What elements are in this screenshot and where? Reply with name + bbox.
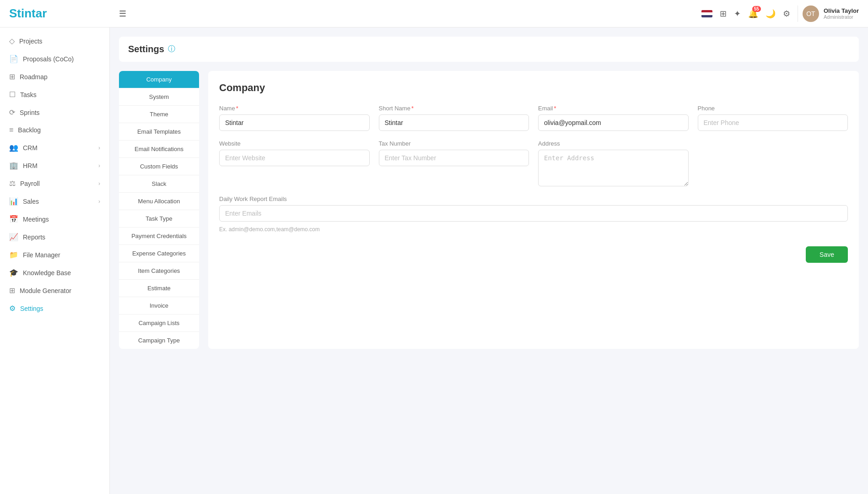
meetings-icon: 📅 (9, 215, 18, 223)
module-generator-icon: ⊞ (9, 286, 15, 295)
website-field-group: Website (219, 140, 370, 186)
apps-icon[interactable]: ⊞ (720, 9, 727, 19)
settings-icon[interactable]: ⚙ (783, 9, 790, 19)
tax-number-input[interactable] (379, 150, 529, 166)
hrm-chevron-icon: › (98, 163, 100, 169)
phone-field-group: Phone (698, 105, 848, 131)
sidebar-item-payroll[interactable]: ⚖ Payroll › (0, 174, 109, 192)
user-info: Olivia Taylor Administrator (824, 7, 859, 20)
address-field-group: Address (538, 140, 689, 186)
email-input[interactable] (538, 114, 689, 131)
notification-badge: 55 (752, 6, 761, 12)
phone-label: Phone (698, 105, 848, 112)
website-label: Website (219, 140, 370, 147)
sidebar-item-file-manager[interactable]: 📁 File Manager (0, 246, 109, 264)
settings-gear-icon: ⚙ (9, 304, 16, 313)
sidebar-item-reports[interactable]: 📈 Reports (0, 228, 109, 246)
daily-work-hint: Ex. admin@demo.com,team@demo.com (219, 226, 848, 233)
address-label: Address (538, 140, 689, 147)
tasks-icon: ☐ (9, 90, 16, 99)
address-input[interactable] (538, 150, 689, 186)
phone-input[interactable] (698, 114, 848, 131)
info-icon[interactable]: ⓘ (168, 44, 175, 54)
settings-nav-campaign-lists[interactable]: Campaign Lists (119, 315, 199, 332)
reports-icon: 📈 (9, 233, 18, 241)
sidebar-item-knowledge-base[interactable]: 🎓 Knowledge Base (0, 264, 109, 282)
settings-nav-task-type[interactable]: Task Type (119, 210, 199, 228)
form-row-2: Website Tax Number Address (219, 140, 848, 186)
daily-work-input[interactable] (219, 205, 848, 222)
short-name-required: * (411, 105, 414, 112)
name-label: Name* (219, 105, 370, 112)
hamburger-area: ☰ (119, 9, 701, 19)
settings-page-title: Settings (128, 44, 164, 54)
company-section-title: Company (219, 82, 848, 94)
sales-icon: 📊 (9, 197, 18, 206)
settings-nav-item-categories[interactable]: Item Categories (119, 262, 199, 280)
settings-nav-expense-categories[interactable]: Expense Categories (119, 245, 199, 262)
hamburger-icon[interactable]: ☰ (119, 9, 126, 19)
email-required: * (554, 105, 556, 112)
user-profile[interactable]: OT Olivia Taylor Administrator (798, 5, 859, 22)
short-name-field-group: Short Name* (379, 105, 529, 131)
notification-icon[interactable]: 🔔 55 (748, 9, 758, 19)
crm-chevron-icon: › (98, 145, 100, 151)
email-field-group: Email* (538, 105, 689, 131)
settings-content: Company Name* Short Name* (208, 71, 859, 349)
settings-nav-menu-allocation[interactable]: Menu Allocation (119, 193, 199, 210)
settings-header: Settings ⓘ (119, 37, 859, 62)
settings-nav-invoice[interactable]: Invoice (119, 297, 199, 315)
settings-nav-campaign-type[interactable]: Campaign Type (119, 332, 199, 349)
settings-nav-email-templates[interactable]: Email Templates (119, 123, 199, 141)
sidebar-item-settings[interactable]: ⚙ Settings (0, 299, 109, 317)
grid-icon[interactable]: ✦ (734, 9, 741, 19)
backlog-icon: ≡ (9, 126, 13, 134)
sales-chevron-icon: › (98, 198, 100, 205)
settings-nav-system[interactable]: System (119, 88, 199, 106)
name-field-group: Name* (219, 105, 370, 131)
sidebar: ◇ Projects 📄 Proposals (CoCo) ⊞ Roadmap … (0, 27, 110, 494)
settings-nav-estimate[interactable]: Estimate (119, 280, 199, 297)
sidebar-item-projects[interactable]: ◇ Projects (0, 32, 109, 50)
daily-work-field-group: Daily Work Report Emails Ex. admin@demo.… (219, 195, 848, 233)
payroll-chevron-icon: › (98, 180, 100, 187)
settings-nav-company[interactable]: Company (119, 71, 199, 88)
theme-toggle-icon[interactable]: 🌙 (766, 9, 776, 19)
sidebar-item-hrm[interactable]: 🏢 HRM › (0, 157, 109, 174)
header-right: ⊞ ✦ 🔔 55 🌙 ⚙ OT Olivia Taylor Administra… (701, 5, 859, 22)
sidebar-item-crm[interactable]: 👥 CRM › (0, 139, 109, 157)
language-flag-icon[interactable] (701, 10, 712, 17)
form-row-3: Daily Work Report Emails Ex. admin@demo.… (219, 195, 848, 233)
website-input[interactable] (219, 150, 370, 166)
sprints-icon: ⟳ (9, 108, 15, 117)
settings-nav-email-notifications[interactable]: Email Notifications (119, 141, 199, 158)
sidebar-item-meetings[interactable]: 📅 Meetings (0, 210, 109, 228)
projects-icon: ◇ (9, 37, 15, 45)
short-name-input[interactable] (379, 114, 529, 131)
name-input[interactable] (219, 114, 370, 131)
sidebar-item-sprints[interactable]: ⟳ Sprints (0, 103, 109, 121)
form-row-1: Name* Short Name* Email* (219, 105, 848, 131)
settings-nav-payment-credentials[interactable]: Payment Credentials (119, 228, 199, 245)
name-required: * (236, 105, 238, 112)
user-role: Administrator (824, 14, 859, 20)
file-manager-icon: 📁 (9, 250, 18, 259)
crm-icon: 👥 (9, 143, 18, 152)
roadmap-icon: ⊞ (9, 72, 15, 81)
user-name: Olivia Taylor (824, 7, 859, 14)
sidebar-item-backlog[interactable]: ≡ Backlog (0, 121, 109, 139)
sidebar-item-roadmap[interactable]: ⊞ Roadmap (0, 68, 109, 86)
sidebar-item-module-generator[interactable]: ⊞ Module Generator (0, 282, 109, 299)
sidebar-item-tasks[interactable]: ☐ Tasks (0, 86, 109, 103)
logo-container: Stintar (9, 6, 119, 21)
sidebar-item-sales[interactable]: 📊 Sales › (0, 192, 109, 210)
settings-nav-custom-fields[interactable]: Custom Fields (119, 158, 199, 175)
short-name-label: Short Name* (379, 105, 529, 112)
save-button[interactable]: Save (806, 246, 848, 263)
settings-nav-slack[interactable]: Slack (119, 175, 199, 193)
settings-nav: Company System Theme Email Templates Ema… (119, 71, 199, 349)
sidebar-item-proposals[interactable]: 📄 Proposals (CoCo) (0, 50, 109, 68)
settings-nav-theme[interactable]: Theme (119, 106, 199, 123)
email-label: Email* (538, 105, 689, 112)
main-content: Settings ⓘ Company System Theme Email Te… (110, 27, 868, 494)
